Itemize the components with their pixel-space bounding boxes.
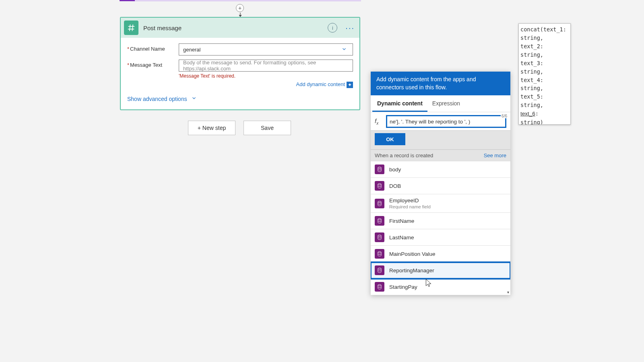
message-text-placeholder: Body of the message to send. For formatt…: [183, 60, 349, 72]
dynamic-content-flyout: Add dynamic content from the apps and co…: [371, 72, 510, 295]
database-icon: [375, 216, 384, 226]
database-icon: [375, 265, 384, 275]
dc-item-startingpay[interactable]: StartingPay: [371, 279, 510, 295]
database-icon: [375, 232, 384, 242]
dc-item-dob[interactable]: DOB: [371, 178, 510, 194]
action-buttons: + New step Save: [188, 121, 291, 135]
dc-item-employeeid[interactable]: EmployeeIDRequired name field: [371, 194, 510, 213]
info-icon[interactable]: i: [328, 23, 337, 33]
dc-group-header: When a record is created See more: [371, 150, 510, 161]
database-icon: [375, 199, 384, 208]
dc-item-lastname[interactable]: LastName: [371, 229, 510, 246]
prev-step-fragment: [120, 0, 361, 1]
svg-point-2: [378, 183, 381, 185]
fx-icon: fx: [375, 117, 386, 125]
dynamic-plus-icon: ✦: [347, 82, 353, 88]
card-menu-icon[interactable]: ···: [344, 23, 356, 33]
dynamic-content-list: ▴ bodyDOBEmployeeIDRequired name fieldFi…: [371, 161, 510, 295]
tab-expression[interactable]: Expression: [427, 95, 465, 112]
add-step-between[interactable]: +: [236, 4, 244, 12]
card-title: Post message: [143, 25, 328, 31]
expression-input[interactable]: ne'], '. They will be reporting to ', ): [386, 115, 506, 128]
flyout-banner: Add dynamic content from the apps and co…: [371, 72, 510, 95]
svg-point-7: [378, 268, 381, 269]
dc-item-firstname[interactable]: FirstName: [371, 213, 510, 229]
channel-name-value: general: [183, 47, 200, 53]
message-text-label: *Message Text: [127, 60, 179, 68]
message-text-input[interactable]: Body of the message to send. For formatt…: [179, 60, 353, 72]
svg-point-3: [378, 201, 381, 203]
show-advanced-toggle[interactable]: Show advanced options: [127, 95, 353, 102]
slack-hash-icon: [124, 21, 138, 35]
chevron-down-icon: [191, 96, 197, 102]
card-header: Post message i ···: [121, 18, 359, 38]
svg-point-4: [378, 218, 381, 220]
flyout-tabs: Dynamic content Expression 6/6: [371, 95, 510, 112]
dc-item-reportingmanager[interactable]: ReportingManager: [371, 262, 510, 279]
intellisense-page: 6/6: [501, 114, 508, 118]
chevron-down-icon: [341, 46, 347, 53]
database-icon: [375, 181, 384, 191]
svg-point-1: [378, 167, 381, 169]
scroll-down-icon[interactable]: ▾: [507, 290, 509, 294]
svg-point-8: [378, 284, 381, 286]
database-icon: [375, 249, 384, 259]
new-step-button[interactable]: + New step: [188, 121, 235, 135]
svg-point-5: [378, 235, 381, 237]
save-button[interactable]: Save: [244, 121, 291, 135]
channel-name-select[interactable]: general: [179, 43, 353, 56]
dc-item-body[interactable]: body: [371, 161, 510, 178]
channel-name-label: *Channel Name: [127, 43, 179, 52]
message-text-error: 'Message Text' is required.: [179, 73, 353, 79]
ok-button[interactable]: OK: [375, 133, 405, 145]
database-icon: [375, 165, 384, 174]
see-more-link[interactable]: See more: [484, 152, 506, 158]
post-message-card: Post message i ··· *Channel Name general…: [120, 17, 360, 110]
dc-item-mainposition-value[interactable]: MainPosition Value: [371, 246, 510, 262]
svg-point-6: [378, 251, 381, 253]
database-icon: [375, 282, 384, 292]
intellisense-tooltip: concat(text_1:string,text_2:string,text_…: [518, 23, 571, 125]
add-dynamic-content-link[interactable]: Add dynamic content✦: [179, 81, 353, 88]
tab-dynamic-content[interactable]: Dynamic content: [372, 95, 427, 112]
